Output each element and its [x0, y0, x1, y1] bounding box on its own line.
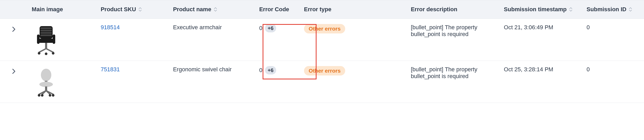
header-submission-id[interactable]: Submission ID	[583, 0, 644, 19]
svg-rect-8	[45, 43, 47, 49]
product-image-cell	[28, 19, 97, 61]
extra-errors-badge[interactable]: +6	[265, 24, 276, 32]
product-image-cell	[28, 61, 97, 103]
chevron-right-icon	[12, 26, 16, 32]
header-product-sku[interactable]: Product SKU	[96, 0, 169, 19]
svg-point-16	[38, 94, 40, 97]
error-description: [bullet_point] The property bullet_point…	[407, 61, 500, 103]
expand-row-button[interactable]	[10, 68, 17, 75]
error-type-badge: Other errors	[304, 66, 345, 75]
header-main-image: Main image	[28, 0, 97, 19]
product-sku-link[interactable]: 918514	[101, 24, 120, 31]
product-sku-link[interactable]: 751831	[101, 66, 120, 73]
svg-rect-3	[40, 32, 52, 34]
header-label: Product SKU	[101, 6, 136, 13]
ergonomic-chair-image	[32, 66, 60, 97]
table-row: 751831 Ergonomic swivel chair 0 +6 Other…	[0, 61, 644, 103]
product-name: Ergonomic swivel chair	[169, 61, 255, 103]
svg-point-17	[41, 94, 44, 97]
svg-rect-7	[53, 34, 55, 44]
error-code-value: 0	[259, 67, 262, 74]
error-table: Main image Product SKU Product name	[0, 0, 644, 103]
svg-rect-2	[40, 30, 52, 31]
svg-rect-5	[39, 39, 54, 43]
error-description: [bullet_point] The property bullet_point…	[407, 19, 500, 61]
header-error-code: Error Code	[255, 0, 300, 19]
header-label: Submission timestamp	[504, 6, 567, 13]
submission-timestamp: Oct 21, 3:06:49 PM	[500, 19, 582, 61]
product-name: Executive armchair	[169, 19, 255, 61]
svg-point-12	[41, 69, 51, 81]
header-product-name[interactable]: Product name	[169, 0, 255, 19]
header-label: Product name	[173, 6, 211, 13]
error-type-badge: Other errors	[304, 24, 345, 33]
sort-icon[interactable]	[629, 7, 632, 12]
sort-icon[interactable]	[214, 7, 217, 12]
sort-icon[interactable]	[569, 7, 572, 12]
header-label: Main image	[32, 6, 63, 13]
executive-chair-image	[32, 24, 60, 55]
svg-rect-1	[40, 27, 52, 29]
svg-point-11	[52, 52, 54, 55]
sort-icon[interactable]	[139, 7, 142, 12]
svg-point-18	[49, 94, 51, 97]
header-error-description: Error description	[407, 0, 500, 19]
svg-point-10	[45, 52, 47, 55]
svg-rect-6	[37, 34, 40, 44]
table-header-row: Main image Product SKU Product name	[0, 0, 644, 19]
submission-id: 0	[583, 61, 644, 103]
header-submission-timestamp[interactable]: Submission timestamp	[500, 0, 582, 19]
table-row: 918514 Executive armchair 0 +6 Other err…	[0, 19, 644, 61]
header-error-type: Error type	[300, 0, 407, 19]
svg-point-19	[52, 94, 54, 97]
error-code-value: 0	[259, 25, 262, 32]
svg-point-9	[38, 52, 40, 55]
header-label: Submission ID	[587, 6, 627, 13]
header-label: Error Code	[259, 6, 289, 13]
extra-errors-badge[interactable]: +6	[265, 66, 276, 74]
submission-id: 0	[583, 19, 644, 61]
submission-timestamp: Oct 25, 3:28:14 PM	[500, 61, 582, 103]
header-label: Error type	[304, 6, 331, 13]
expand-row-button[interactable]	[10, 26, 17, 33]
svg-point-14	[39, 82, 53, 87]
svg-rect-4	[40, 34, 52, 36]
chevron-right-icon	[12, 68, 16, 74]
header-expand	[0, 0, 28, 19]
header-label: Error description	[411, 6, 457, 13]
